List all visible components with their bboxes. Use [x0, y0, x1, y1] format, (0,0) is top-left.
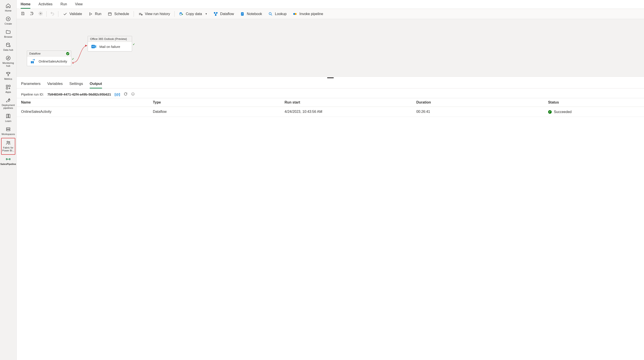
output-table: Name Type Run start Duration Status Onli… — [17, 98, 644, 117]
nav-workspaces-label: Workspaces — [2, 133, 15, 136]
nav-learn-label: Learn — [5, 120, 11, 123]
status-success-icon — [66, 52, 69, 55]
plus-circle-icon — [6, 16, 11, 21]
info-icon — [131, 92, 135, 96]
left-nav: Home Create Browse Data hub Monitoring h… — [0, 0, 17, 360]
node2-header-text: Office 365 Outlook (Preview) — [90, 37, 127, 40]
nav-fabric[interactable]: Fabric for Power BI... — [1, 138, 15, 155]
port-success-icon: ✓ — [133, 43, 135, 46]
panel-resize-handle[interactable] — [17, 77, 644, 79]
stack-icon — [6, 127, 11, 132]
main-area: Home Activities Run View Validate — [17, 0, 644, 360]
cell-start: 4/24/2023, 10:43:56 AM — [280, 107, 412, 117]
nav-apps[interactable]: Apps — [1, 83, 15, 96]
separator — [134, 11, 134, 17]
tab-view[interactable]: View — [75, 2, 82, 8]
svg-point-10 — [7, 141, 8, 143]
nav-monitoring-label: Monitoring hub — [2, 62, 15, 67]
node-header: Office 365 Outlook (Preview) — [88, 36, 132, 42]
nav-workspaces[interactable]: Workspaces — [1, 125, 15, 138]
svg-point-14 — [40, 13, 41, 14]
nav-browse[interactable]: Browse — [1, 27, 15, 40]
tab-output[interactable]: Output — [90, 82, 102, 88]
run-id-value: 7b948349-4471-42f4-a49b-56d82c95b621 — [48, 92, 111, 96]
tab-settings[interactable]: Settings — [70, 82, 83, 88]
dataflow-label: Dataflow — [220, 12, 234, 16]
table-row[interactable]: OnlineSalesActivity Dataflow 4/24/2023, … — [17, 107, 644, 117]
lookup-button[interactable]: Lookup — [265, 10, 290, 17]
nav-metrics[interactable]: Metrics — [1, 70, 15, 83]
view-history-button[interactable]: View run history — [135, 10, 173, 17]
node-outlook[interactable]: Office 365 Outlook (Preview) O Mail on f… — [88, 36, 132, 51]
gear-icon — [38, 11, 43, 16]
svg-point-22 — [269, 12, 271, 15]
node1-header-text: Dataflow — [29, 52, 40, 55]
dataflow-button[interactable]: Dataflow — [210, 10, 237, 17]
invoke-icon — [293, 12, 297, 16]
notebook-icon — [240, 12, 244, 16]
nav-datahub-label: Data hub — [3, 48, 13, 51]
run-id-label: Pipeline run ID: — [21, 92, 44, 96]
svg-text:O: O — [92, 45, 94, 48]
people-icon — [6, 140, 11, 145]
ribbon-toolbar: Validate Run Schedule View run history C… — [17, 9, 644, 19]
nav-home-label: Home — [5, 9, 11, 12]
col-duration: Duration — [412, 98, 544, 107]
svg-rect-12 — [6, 159, 7, 160]
rocket-icon — [6, 98, 11, 103]
compass-icon — [6, 55, 11, 61]
tab-home[interactable]: Home — [21, 2, 30, 8]
col-type: Type — [148, 98, 280, 107]
svg-point-20 — [215, 14, 216, 15]
table-header-row: Name Type Run start Duration Status — [17, 98, 644, 107]
svg-rect-9 — [6, 130, 10, 131]
nav-monitoring[interactable]: Monitoring hub — [1, 54, 15, 70]
nav-datahub[interactable]: Data hub — [1, 40, 15, 54]
svg-rect-15 — [108, 13, 111, 15]
nav-salespipeline-label: SalesPipeline — [0, 163, 16, 166]
nav-deployment[interactable]: Deployment pipelines — [1, 96, 15, 112]
undo-icon — [50, 11, 54, 16]
info-button[interactable] — [131, 92, 135, 96]
copy-data-button[interactable]: Copy data ▼ — [176, 10, 210, 17]
schedule-button[interactable]: Schedule — [104, 10, 132, 17]
cell-duration: 00:26:41 — [412, 107, 544, 117]
port-success-icon: ✓ — [72, 57, 74, 60]
refresh-button[interactable] — [124, 92, 128, 97]
nav-create[interactable]: Create — [1, 14, 15, 27]
svg-point-2 — [9, 45, 10, 47]
svg-rect-6 — [6, 88, 8, 89]
tab-parameters[interactable]: Parameters — [21, 82, 40, 88]
invoke-pipeline-button[interactable]: Invoke pipeline — [290, 10, 326, 17]
play-icon — [88, 12, 93, 16]
validate-button[interactable]: Validate — [60, 10, 85, 17]
nav-home[interactable]: Home — [1, 1, 15, 14]
cell-type: Dataflow — [148, 107, 280, 117]
copy-data-icon — [179, 12, 184, 16]
nav-learn[interactable]: Learn — [1, 112, 15, 125]
col-runstart: Run start — [280, 98, 412, 107]
nav-fabric-label: Fabric for Power BI... — [2, 146, 14, 152]
status-text: Succeeded — [554, 110, 572, 114]
book-icon — [6, 114, 11, 119]
apps-icon — [6, 84, 11, 90]
tab-activities[interactable]: Activities — [38, 2, 52, 8]
save-as-button[interactable] — [27, 10, 36, 18]
run-button[interactable]: Run — [85, 10, 104, 17]
undo-button[interactable] — [48, 10, 57, 18]
detail-tabs: Parameters Variables Settings Output — [17, 79, 644, 88]
search-icon — [268, 12, 273, 16]
nav-salespipeline[interactable]: SalesPipeline — [1, 155, 15, 168]
save-button[interactable] — [18, 10, 27, 18]
status-badge: ✓ Succeeded — [548, 110, 572, 114]
settings-button[interactable] — [36, 10, 45, 18]
validate-label: Validate — [70, 12, 82, 16]
copy-id-button[interactable]: [@] — [114, 92, 120, 96]
node-dataflow[interactable]: Dataflow OnlineSalesActivity ✓ ✕ — [27, 50, 71, 66]
tab-run[interactable]: Run — [60, 2, 67, 8]
tab-variables[interactable]: Variables — [47, 82, 63, 88]
svg-rect-13 — [9, 159, 10, 160]
pipeline-icon — [6, 157, 11, 162]
pipeline-canvas[interactable]: Dataflow OnlineSalesActivity ✓ ✕ — [17, 19, 644, 77]
notebook-button[interactable]: Notebook — [237, 10, 265, 17]
